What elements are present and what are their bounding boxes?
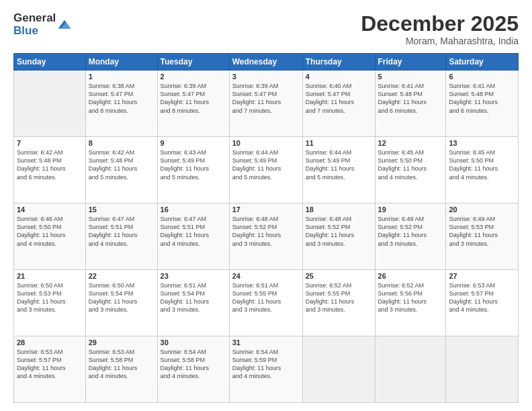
day-info: Sunrise: 6:40 AM Sunset: 5:47 PM Dayligh… [306,82,372,115]
day-info: Sunrise: 6:54 AM Sunset: 5:59 PM Dayligh… [232,348,300,381]
calendar-cell: 1Sunrise: 6:38 AM Sunset: 5:47 PM Daylig… [85,71,157,137]
week-row-3: 14Sunrise: 6:46 AM Sunset: 5:50 PM Dayli… [14,203,519,270]
day-number: 6 [449,73,515,81]
day-header-monday: Monday [85,54,157,71]
day-info: Sunrise: 6:53 AM Sunset: 5:58 PM Dayligh… [89,348,154,381]
day-number: 13 [449,139,515,147]
calendar-cell: 15Sunrise: 6:47 AM Sunset: 5:51 PM Dayli… [85,203,157,270]
day-info: Sunrise: 6:50 AM Sunset: 5:54 PM Dayligh… [89,281,154,314]
day-number: 17 [232,205,300,214]
calendar-cell: 10Sunrise: 6:44 AM Sunset: 5:49 PM Dayli… [229,137,302,203]
calendar-cell: 11Sunrise: 6:44 AM Sunset: 5:49 PM Dayli… [302,137,375,203]
calendar-cell: 24Sunrise: 6:51 AM Sunset: 5:55 PM Dayli… [229,270,302,336]
day-info: Sunrise: 6:44 AM Sunset: 5:49 PM Dayligh… [232,148,300,181]
calendar-cell: 12Sunrise: 6:45 AM Sunset: 5:50 PM Dayli… [375,137,446,203]
page: General Blue December 2025 Moram, Mahara… [0,0,532,411]
calendar-cell: 9Sunrise: 6:43 AM Sunset: 5:49 PM Daylig… [157,137,229,203]
calendar-cell: 28Sunrise: 6:53 AM Sunset: 5:57 PM Dayli… [14,336,86,403]
day-number: 28 [17,338,83,347]
calendar-cell: 14Sunrise: 6:46 AM Sunset: 5:50 PM Dayli… [14,203,86,270]
calendar-cell: 20Sunrise: 6:49 AM Sunset: 5:53 PM Dayli… [446,203,519,270]
day-number: 11 [306,139,372,147]
day-info: Sunrise: 6:50 AM Sunset: 5:53 PM Dayligh… [17,281,83,314]
calendar-table: SundayMondayTuesdayWednesdayThursdayFrid… [13,53,519,403]
week-row-5: 28Sunrise: 6:53 AM Sunset: 5:57 PM Dayli… [14,336,519,403]
day-number: 3 [232,73,300,81]
day-number: 31 [232,338,300,347]
day-number: 27 [449,272,515,280]
calendar-cell: 6Sunrise: 6:41 AM Sunset: 5:48 PM Daylig… [446,71,519,137]
day-info: Sunrise: 6:44 AM Sunset: 5:49 PM Dayligh… [306,148,372,181]
calendar-body: 1Sunrise: 6:38 AM Sunset: 5:47 PM Daylig… [14,71,519,403]
calendar-cell: 22Sunrise: 6:50 AM Sunset: 5:54 PM Dayli… [85,270,157,336]
calendar-cell: 29Sunrise: 6:53 AM Sunset: 5:58 PM Dayli… [85,336,157,403]
day-info: Sunrise: 6:48 AM Sunset: 5:52 PM Dayligh… [306,215,372,248]
logo-icon [57,17,72,32]
calendar-cell: 3Sunrise: 6:39 AM Sunset: 5:47 PM Daylig… [229,71,302,137]
calendar-cell [375,336,446,403]
day-number: 23 [161,272,226,280]
logo-general: General [13,12,56,25]
day-info: Sunrise: 6:51 AM Sunset: 5:55 PM Dayligh… [232,281,300,314]
calendar-cell: 25Sunrise: 6:52 AM Sunset: 5:55 PM Dayli… [302,270,375,336]
day-number: 24 [232,272,300,280]
day-info: Sunrise: 6:52 AM Sunset: 5:56 PM Dayligh… [378,281,443,314]
calendar-cell: 31Sunrise: 6:54 AM Sunset: 5:59 PM Dayli… [229,336,302,403]
day-info: Sunrise: 6:53 AM Sunset: 5:57 PM Dayligh… [17,348,83,381]
day-info: Sunrise: 6:47 AM Sunset: 5:51 PM Dayligh… [161,215,226,248]
day-info: Sunrise: 6:49 AM Sunset: 5:52 PM Dayligh… [378,215,443,248]
day-number: 19 [378,205,443,214]
day-number: 15 [89,205,154,214]
day-number: 30 [161,338,226,347]
day-number: 1 [89,73,154,81]
calendar-cell: 18Sunrise: 6:48 AM Sunset: 5:52 PM Dayli… [302,203,375,270]
calendar-cell: 4Sunrise: 6:40 AM Sunset: 5:47 PM Daylig… [302,71,375,137]
calendar-cell [446,336,519,403]
week-row-1: 1Sunrise: 6:38 AM Sunset: 5:47 PM Daylig… [14,71,519,137]
day-number: 12 [378,139,443,147]
calendar-cell: 23Sunrise: 6:51 AM Sunset: 5:54 PM Dayli… [157,270,229,336]
calendar-cell [14,71,86,137]
calendar-cell: 16Sunrise: 6:47 AM Sunset: 5:51 PM Dayli… [157,203,229,270]
calendar-cell: 5Sunrise: 6:41 AM Sunset: 5:48 PM Daylig… [375,71,446,137]
day-info: Sunrise: 6:43 AM Sunset: 5:49 PM Dayligh… [161,148,226,181]
day-number: 22 [89,272,154,280]
day-number: 18 [306,205,372,214]
day-info: Sunrise: 6:42 AM Sunset: 5:48 PM Dayligh… [89,148,154,181]
day-info: Sunrise: 6:45 AM Sunset: 5:50 PM Dayligh… [378,148,443,181]
day-info: Sunrise: 6:49 AM Sunset: 5:53 PM Dayligh… [449,215,515,248]
day-header-thursday: Thursday [302,54,375,71]
logo: General Blue [13,12,72,37]
day-info: Sunrise: 6:46 AM Sunset: 5:50 PM Dayligh… [17,215,83,248]
day-number: 21 [17,272,83,280]
day-number: 26 [378,272,443,280]
day-number: 10 [232,139,300,147]
title-section: December 2025 Moram, Maharashtra, India [361,12,519,46]
day-info: Sunrise: 6:52 AM Sunset: 5:55 PM Dayligh… [306,281,372,314]
day-info: Sunrise: 6:39 AM Sunset: 5:47 PM Dayligh… [232,82,300,115]
day-number: 25 [306,272,372,280]
calendar-cell [302,336,375,403]
calendar-cell: 30Sunrise: 6:54 AM Sunset: 5:58 PM Dayli… [157,336,229,403]
calendar-cell: 8Sunrise: 6:42 AM Sunset: 5:48 PM Daylig… [85,137,157,203]
calendar-cell: 7Sunrise: 6:42 AM Sunset: 5:48 PM Daylig… [14,137,86,203]
week-row-4: 21Sunrise: 6:50 AM Sunset: 5:53 PM Dayli… [14,270,519,336]
day-number: 5 [378,73,443,81]
calendar-cell: 13Sunrise: 6:45 AM Sunset: 5:50 PM Dayli… [446,137,519,203]
day-number: 7 [17,139,83,147]
day-info: Sunrise: 6:42 AM Sunset: 5:48 PM Dayligh… [17,148,83,181]
day-number: 29 [89,338,154,347]
day-info: Sunrise: 6:51 AM Sunset: 5:54 PM Dayligh… [161,281,226,314]
day-number: 16 [161,205,226,214]
day-info: Sunrise: 6:53 AM Sunset: 5:57 PM Dayligh… [449,281,515,314]
day-number: 20 [449,205,515,214]
day-header-friday: Friday [375,54,446,71]
day-header-wednesday: Wednesday [229,54,302,71]
day-info: Sunrise: 6:48 AM Sunset: 5:52 PM Dayligh… [232,215,300,248]
day-number: 8 [89,139,154,147]
logo-text: General Blue [13,12,56,37]
day-number: 14 [17,205,83,214]
header: General Blue December 2025 Moram, Mahara… [13,12,519,46]
day-info: Sunrise: 6:45 AM Sunset: 5:50 PM Dayligh… [449,148,515,181]
day-info: Sunrise: 6:38 AM Sunset: 5:47 PM Dayligh… [89,82,154,115]
